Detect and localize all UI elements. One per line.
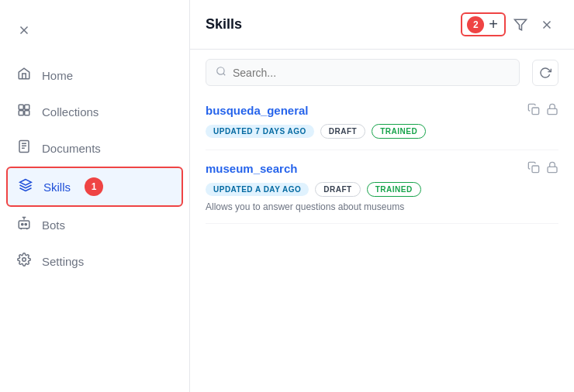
bots-icon xyxy=(16,216,33,234)
skill-updated-tag: UPDATED 7 DAYS AGO xyxy=(206,125,314,138)
skill-tags-busqueda: UPDATED 7 DAYS AGO DRAFT TRAINED xyxy=(206,124,558,139)
search-bar[interactable] xyxy=(206,59,520,86)
skill-item-museum: museum_search xyxy=(206,150,558,224)
skill-updated-tag-museum: UPDATED A DAY AGO xyxy=(206,183,309,196)
refresh-icon xyxy=(539,67,552,79)
filter-icon xyxy=(513,18,527,32)
main-close-icon xyxy=(540,18,554,32)
sidebar-item-collections[interactable]: Collections xyxy=(0,94,189,130)
skill-item-busqueda: busqueda_general xyxy=(206,92,558,150)
skill-copy-icon[interactable] xyxy=(527,103,540,118)
sidebar-item-collections-label: Collections xyxy=(42,105,99,119)
search-input[interactable] xyxy=(233,67,510,79)
sidebar-item-documents-label: Documents xyxy=(42,142,101,155)
skill-lock-icon[interactable] xyxy=(546,103,558,118)
skill-trained-tag: TRAINED xyxy=(372,124,426,139)
refresh-button[interactable] xyxy=(532,60,558,86)
sidebar-item-settings[interactable]: Settings xyxy=(0,243,189,280)
svg-rect-25 xyxy=(532,166,539,173)
skill-lock-icon-museum[interactable] xyxy=(546,161,558,176)
svg-point-12 xyxy=(25,223,26,225)
sidebar-item-bots-label: Bots xyxy=(42,218,65,232)
svg-point-21 xyxy=(217,67,224,74)
home-icon xyxy=(16,67,33,84)
documents-icon xyxy=(16,139,33,157)
svg-line-22 xyxy=(223,74,226,76)
skill-item-header-museum: museum_search xyxy=(206,161,558,176)
skill-draft-tag: DRAFT xyxy=(320,124,365,139)
svg-marker-16 xyxy=(515,19,527,30)
skill-actions-busqueda xyxy=(527,103,558,118)
skills-icon xyxy=(17,178,34,196)
svg-rect-24 xyxy=(548,108,557,114)
search-icon xyxy=(216,66,226,79)
skill-description-museum: Allows you to answer questions about mus… xyxy=(206,201,558,212)
svg-rect-10 xyxy=(19,221,29,229)
sidebar-item-bots[interactable]: Bots xyxy=(0,207,189,243)
svg-point-11 xyxy=(22,223,23,225)
page-title: Skills xyxy=(206,16,451,33)
settings-icon xyxy=(16,253,33,270)
skill-trained-tag-museum: TRAINED xyxy=(367,182,421,197)
sidebar: Home Collections Documents xyxy=(0,0,190,392)
collections-icon xyxy=(16,103,33,121)
svg-rect-23 xyxy=(532,108,539,115)
filter-button[interactable] xyxy=(509,13,532,36)
main-close-button[interactable] xyxy=(535,13,558,36)
sidebar-item-home[interactable]: Home xyxy=(0,57,189,94)
sidebar-close-area xyxy=(0,12,189,57)
skill-name-museum[interactable]: museum_search xyxy=(206,162,297,175)
skills-badge: 1 xyxy=(85,177,103,196)
add-skill-button[interactable]: + xyxy=(487,15,500,33)
sidebar-item-home-label: Home xyxy=(42,69,73,82)
badge-plus-group[interactable]: 2 + xyxy=(461,12,506,36)
sidebar-item-documents[interactable]: Documents xyxy=(0,130,189,167)
skill-tags-museum: UPDATED A DAY AGO DRAFT TRAINED xyxy=(206,182,558,197)
main-content: Skills 2 + xyxy=(190,0,574,392)
svg-rect-2 xyxy=(19,105,23,109)
header-actions: 2 + xyxy=(461,12,558,36)
skill-item-header: busqueda_general xyxy=(206,103,558,118)
sidebar-item-settings-label: Settings xyxy=(42,255,84,268)
svg-point-15 xyxy=(22,258,26,262)
main-header: Skills 2 + xyxy=(190,0,574,50)
skill-actions-museum xyxy=(527,161,558,176)
skill-draft-tag-museum: DRAFT xyxy=(315,182,360,197)
svg-rect-4 xyxy=(19,111,23,115)
skill-name-busqueda[interactable]: busqueda_general xyxy=(206,104,309,117)
header-badge: 2 xyxy=(467,16,484,33)
sidebar-item-skills-label: Skills xyxy=(43,181,71,194)
svg-rect-26 xyxy=(548,167,557,172)
svg-rect-5 xyxy=(25,111,29,115)
skill-copy-icon-museum[interactable] xyxy=(527,161,540,176)
skills-list: busqueda_general xyxy=(190,92,574,224)
close-icon xyxy=(17,23,31,37)
sidebar-item-skills[interactable]: Skills 1 xyxy=(6,167,183,207)
svg-rect-3 xyxy=(25,105,29,109)
sidebar-close-button[interactable] xyxy=(12,19,36,42)
